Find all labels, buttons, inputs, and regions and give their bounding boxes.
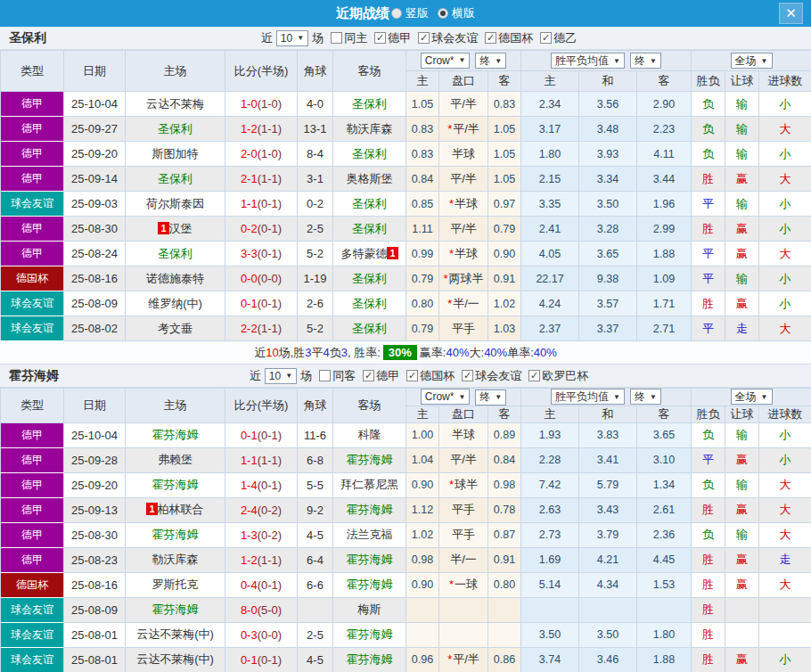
league-badge: 德甲 — [1, 217, 64, 242]
fulltime-select[interactable]: 全场▼ — [731, 389, 773, 405]
radio-vertical-layout[interactable]: 竖版 — [391, 5, 429, 21]
match-date: 25-09-03 — [64, 192, 126, 217]
league-badge: 德国杯 — [1, 266, 64, 291]
fulltime-select[interactable]: 全场▼ — [731, 53, 773, 69]
chevron-down-icon: ▼ — [285, 372, 292, 380]
avg-away: 1.80 — [637, 622, 692, 647]
odds-home: 0.80 — [406, 291, 439, 316]
avg-home: 4.05 — [521, 242, 579, 266]
result-wdl: 负 — [692, 472, 725, 497]
odds-time-select[interactable]: 终▼ — [475, 389, 506, 406]
checkbox-icon[interactable]: ✓ — [374, 32, 386, 44]
close-button[interactable]: ✕ — [779, 3, 803, 24]
avg-home: 22.17 — [521, 266, 579, 291]
league-badge: 德甲 — [1, 497, 64, 522]
result-handicap-text: 赢 — [736, 652, 748, 666]
handicap: *平/半 — [439, 117, 488, 142]
result-handicap-text: 赢 — [736, 453, 748, 466]
handicap: *平/半 — [439, 647, 488, 672]
result-wdl: 胜 — [692, 622, 725, 647]
away-team: 圣保利 — [333, 316, 406, 341]
result-handicap: 赢 — [725, 242, 759, 266]
league-filter-checkbox[interactable]: ✓德甲 — [363, 368, 399, 384]
avg-draw: 3.50 — [579, 192, 637, 217]
league-filter-checkbox[interactable]: ✓球会友谊 — [418, 30, 478, 46]
avg-draw: 3.28 — [579, 217, 637, 242]
checkbox-icon[interactable]: ✓ — [418, 32, 430, 44]
avg-time-select[interactable]: 终▼ — [630, 389, 661, 405]
result-goals: 大 — [759, 242, 811, 266]
odds-away: 0.91 — [488, 547, 521, 572]
recent-count-select[interactable]: 10▼ — [265, 368, 297, 384]
away-team: 奥格斯堡 — [333, 167, 406, 192]
result-goals: 大 — [759, 497, 811, 522]
league-filter-checkbox[interactable]: ✓德甲 — [374, 30, 411, 46]
checkbox-icon[interactable] — [319, 370, 331, 381]
odds-home: 0.98 — [406, 547, 439, 572]
league-filter-checkbox[interactable]: ✓德国杯 — [406, 368, 455, 384]
odds-home — [406, 622, 439, 647]
league-filter-checkbox[interactable]: ✓德乙 — [540, 30, 577, 46]
odds-home: 0.85 — [406, 192, 439, 217]
odds-company-select[interactable]: Crow*▼ — [421, 389, 471, 405]
avg-away: 1.88 — [637, 242, 692, 266]
chevron-down-icon: ▼ — [458, 393, 465, 401]
corners: 5-2 — [298, 316, 333, 341]
recent-count-select[interactable]: 10▼ — [276, 30, 308, 46]
table-row: 球会友谊25-08-09维罗纳(中)0-1(0-1)2-6圣保利0.80*半/一… — [1, 291, 811, 316]
score: 0-1(0-1) — [225, 291, 298, 316]
checkbox-icon[interactable]: ✓ — [528, 370, 540, 381]
checkbox-icon[interactable]: ✓ — [462, 370, 473, 381]
same-venue-checkbox[interactable]: 同客 — [319, 368, 356, 384]
odds-home: 0.79 — [406, 266, 439, 291]
score: 0-3(0-0) — [225, 622, 298, 647]
away-team: 霍芬海姆 — [333, 622, 406, 647]
result-wdl-text: 负 — [702, 97, 714, 111]
radio-horizontal-layout[interactable]: 横版 — [438, 5, 475, 21]
avg-home: 2.73 — [521, 522, 579, 547]
odds-time-select[interactable]: 终▼ — [475, 53, 506, 69]
avg-time-select[interactable]: 终▼ — [630, 53, 661, 69]
avg-odds-select[interactable]: 胜平负均值▼ — [551, 389, 625, 405]
section-filter-row: 圣保利近10▼场同主✓德甲✓球会友谊✓德国杯✓德乙 — [0, 27, 811, 50]
avg-odds-select[interactable]: 胜平负均值▼ — [551, 53, 625, 69]
radio-icon[interactable] — [391, 8, 402, 19]
checkbox-icon[interactable]: ✓ — [363, 370, 374, 381]
league-filter-checkbox[interactable]: ✓欧罗巴杯 — [528, 368, 588, 384]
handicap: *半/一 — [439, 291, 488, 316]
odds-away: 0.89 — [488, 422, 521, 447]
handicap: 平手 — [439, 522, 488, 547]
home-team: 圣保利 — [126, 242, 225, 266]
checkbox-icon[interactable]: ✓ — [485, 32, 496, 44]
radio-icon[interactable] — [438, 8, 448, 19]
league-filter-checkbox[interactable]: ✓球会友谊 — [462, 368, 521, 384]
avg-away: 4.45 — [637, 547, 692, 572]
same-venue-checkbox[interactable]: 同主 — [331, 30, 367, 46]
avg-away: 2.36 — [637, 522, 692, 547]
odds-company-select[interactable]: Crow*▼ — [421, 53, 471, 69]
handicap: 平手 — [439, 316, 488, 341]
league-badge: 德甲 — [1, 522, 64, 547]
avg-home: 2.41 — [521, 217, 579, 242]
odds-away: 0.91 — [488, 266, 521, 291]
corners: 6-4 — [298, 547, 333, 572]
avg-draw: 3.56 — [579, 92, 637, 117]
sub-header-1: 盘口 — [439, 406, 488, 422]
result-handicap — [725, 597, 759, 622]
checkbox-icon[interactable] — [331, 32, 342, 44]
result-wdl: 负 — [692, 522, 725, 547]
league-filter-checkbox[interactable]: ✓德国杯 — [485, 30, 533, 46]
page-title: 近期战绩 — [336, 5, 389, 22]
table-row: 德甲25-08-24圣保利3-3(0-1)5-2多特蒙德10.99*半球0.90… — [1, 242, 811, 266]
corners: 8-4 — [298, 142, 333, 167]
avg-home: 3.35 — [521, 192, 579, 217]
handicap: *两球半 — [439, 266, 488, 291]
checkbox-icon[interactable]: ✓ — [406, 370, 418, 381]
summary-row: 近10场,胜3平4负3, 胜率: 30% 赢率:40% 大:40% 单率:40% — [0, 341, 811, 365]
result-handicap: 输 — [725, 142, 759, 167]
checkbox-icon[interactable]: ✓ — [540, 32, 552, 44]
final-change-star: * — [449, 578, 454, 591]
titlebar: 近期战绩 竖版 横版 ✕ — [0, 0, 811, 27]
home-team: 弗赖堡 — [126, 447, 225, 472]
table-row: 德国杯25-08-16诺德施泰特0-0(0-0)1-19圣保利0.79*两球半0… — [1, 266, 811, 291]
